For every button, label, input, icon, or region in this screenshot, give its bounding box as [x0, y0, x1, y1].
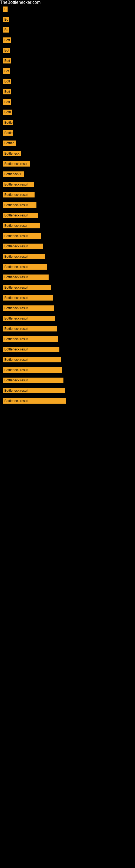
items-list: BBoBoBottBotBottBotBottBottBottBottlBott…	[0, 5, 135, 406]
list-item: Bottleneck result	[0, 324, 135, 334]
bottleneck-label: Bottleneck result	[3, 347, 59, 352]
bottleneck-label: Bottleneck result	[3, 213, 38, 218]
bottleneck-label: Bottleneck result	[3, 316, 55, 321]
list-item: Bottleneck result	[0, 345, 135, 355]
list-item: Bott	[0, 98, 135, 107]
bottleneck-label: Bottleneck result	[3, 264, 47, 270]
list-item: Bottleneck result	[0, 397, 135, 406]
list-item: Bottleneck result	[0, 211, 135, 221]
bottleneck-label: Bottleneck result	[3, 244, 43, 249]
list-item: Bottleneck result	[0, 262, 135, 272]
bottleneck-label: Bottleneck result	[3, 275, 49, 280]
list-item: Bottleneck	[0, 149, 135, 159]
bottleneck-label: Bottleneck result	[3, 182, 34, 187]
bottleneck-label: Bott	[3, 58, 11, 63]
bottleneck-label: Bottleneck result	[3, 295, 53, 301]
list-item: Bottleneck result	[0, 242, 135, 252]
list-item: Bottleneck resu	[0, 159, 135, 169]
list-item: Bo	[0, 15, 135, 25]
list-item: Bottleneck r	[0, 170, 135, 180]
bottleneck-label: Bott	[3, 89, 11, 94]
bottleneck-label: Bott	[3, 99, 11, 105]
list-item: Bott	[0, 77, 135, 87]
bottleneck-label: Bottleneck result	[3, 326, 57, 332]
list-item: Bottleneck result	[0, 201, 135, 211]
bottleneck-label: Bottleneck result	[3, 388, 65, 393]
bottleneck-label: Bot	[3, 68, 10, 74]
bottleneck-label: Bottle	[3, 120, 13, 125]
bottleneck-label: Bottleneck result	[3, 336, 58, 342]
list-item: Bot	[0, 67, 135, 76]
bottleneck-label: Bottleneck result	[3, 367, 62, 373]
bottleneck-label: Bottleneck result	[3, 305, 54, 311]
bottleneck-label: Bottle	[3, 130, 13, 135]
bottleneck-label: Bo	[3, 27, 9, 33]
bottleneck-label: Bottleneck result	[3, 192, 35, 197]
list-item: Bo	[0, 26, 135, 35]
bottleneck-label: Bottleneck result	[3, 398, 66, 404]
list-item: Bottleneck result	[0, 190, 135, 200]
list-item: Bottleneck resu	[0, 221, 135, 231]
list-item: Bottleneck result	[0, 273, 135, 283]
bottleneck-label: Bottleneck result	[3, 378, 63, 383]
bottleneck-label: Bottleneck result	[3, 254, 45, 259]
bottleneck-label: Bott	[3, 37, 11, 43]
bottleneck-label: Bo	[3, 17, 9, 22]
list-item: Bottleneck result	[0, 231, 135, 241]
bottleneck-label: Bottleneck resu	[3, 161, 30, 166]
bottleneck-label: Bottleneck resu	[3, 223, 40, 228]
bottleneck-label: B	[3, 6, 8, 12]
bottleneck-label: Bottl	[3, 110, 12, 115]
list-item: Bottleneck result	[0, 386, 135, 396]
bottleneck-label: Bottleneck result	[3, 357, 61, 362]
list-item: Bottleneck result	[0, 335, 135, 344]
list-item: Bott	[0, 87, 135, 97]
bottleneck-label: Bottleneck r	[3, 172, 24, 177]
list-item: Bottleneck result	[0, 252, 135, 262]
list-item: Bottleneck result	[0, 355, 135, 365]
list-item: Bottlen	[0, 139, 135, 149]
list-item: Bottle	[0, 118, 135, 128]
bottleneck-label: Bottleneck result	[3, 233, 41, 239]
list-item: Bottle	[0, 129, 135, 138]
list-item: Bott	[0, 56, 135, 66]
list-item: Bottleneck result	[0, 376, 135, 386]
list-item: Bottleneck result	[0, 304, 135, 314]
bottleneck-label: Bottleneck result	[3, 203, 37, 208]
bottleneck-label: Bottleneck	[3, 151, 21, 156]
list-item: Bottleneck result	[0, 283, 135, 293]
list-item: Bott	[0, 36, 135, 45]
list-item: Bot	[0, 46, 135, 56]
bottleneck-label: Bottleneck result	[3, 285, 51, 290]
list-item: Bottleneck result	[0, 293, 135, 303]
bottleneck-label: Bottlen	[3, 141, 16, 146]
list-item: Bottleneck result	[0, 366, 135, 375]
list-item: Bottleneck result	[0, 180, 135, 190]
bottleneck-label: Bott	[3, 79, 11, 84]
site-title: TheBottlenecker.com	[0, 0, 135, 5]
list-item: Bottl	[0, 108, 135, 118]
list-item: Bottleneck result	[0, 314, 135, 324]
bottleneck-label: Bot	[3, 48, 10, 53]
